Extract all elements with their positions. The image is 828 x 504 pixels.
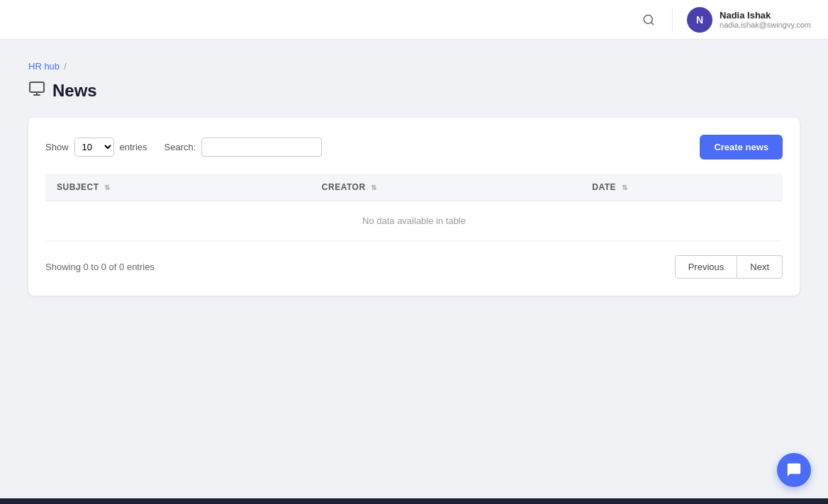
- user-profile: N Nadia Ishak nadia.ishak@swingvy.com: [672, 7, 811, 33]
- header: N Nadia Ishak nadia.ishak@swingvy.com: [0, 0, 828, 40]
- next-button[interactable]: Next: [737, 255, 783, 279]
- empty-message: No data available in table: [45, 201, 783, 241]
- page-title: News: [52, 81, 97, 101]
- previous-button[interactable]: Previous: [675, 255, 738, 279]
- card-footer: Showing 0 to 0 of 0 entries Previous Nex…: [45, 255, 783, 279]
- col-date-label: DATE: [592, 182, 616, 192]
- news-card: Show 10 25 50 100 entries Search: Create…: [28, 118, 800, 296]
- table-header-row: SUBJECT ⇅ CREATOR ⇅ DATE ⇅: [45, 174, 783, 201]
- user-email: nadia.ishak@swingvy.com: [720, 21, 811, 29]
- date-sort-icon: ⇅: [622, 184, 628, 191]
- col-creator-label: CREATOR: [322, 182, 366, 192]
- breadcrumb: HR hub /: [28, 61, 800, 72]
- col-creator[interactable]: CREATOR ⇅: [310, 174, 581, 201]
- table-head: SUBJECT ⇅ CREATOR ⇅ DATE ⇅: [45, 174, 783, 201]
- search-icon: [642, 13, 655, 26]
- header-right: N Nadia Ishak nadia.ishak@swingvy.com: [639, 7, 811, 33]
- page-title-row: News: [28, 80, 800, 101]
- show-label: Show: [45, 142, 69, 152]
- chat-bubble[interactable]: [777, 453, 811, 487]
- news-table: SUBJECT ⇅ CREATOR ⇅ DATE ⇅: [45, 174, 783, 241]
- entries-label: entries: [120, 142, 147, 152]
- subject-sort-icon: ⇅: [104, 184, 111, 191]
- col-subject[interactable]: SUBJECT ⇅: [45, 174, 310, 201]
- avatar: N: [687, 7, 712, 33]
- main-content: HR hub / News Show 10 25 50 100: [0, 40, 828, 504]
- creator-sort-icon: ⇅: [371, 184, 377, 191]
- svg-line-1: [651, 22, 654, 24]
- toolbar-left: Show 10 25 50 100 entries Search:: [45, 138, 322, 157]
- create-news-button[interactable]: Create news: [700, 135, 783, 159]
- search-icon-button[interactable]: [639, 11, 658, 29]
- col-subject-label: SUBJECT: [57, 182, 99, 192]
- svg-rect-2: [30, 82, 44, 92]
- bottom-bar: [0, 498, 828, 504]
- breadcrumb-parent-link[interactable]: HR hub: [28, 61, 60, 72]
- search-label: Search:: [164, 142, 196, 152]
- toolbar: Show 10 25 50 100 entries Search: Create…: [45, 135, 783, 159]
- chat-icon: [786, 462, 802, 478]
- showing-text: Showing 0 to 0 of 0 entries: [45, 262, 155, 272]
- user-name: Nadia Ishak: [720, 10, 811, 21]
- table-body: No data available in table: [45, 201, 783, 241]
- col-date[interactable]: DATE ⇅: [581, 174, 783, 201]
- table-container: SUBJECT ⇅ CREATOR ⇅ DATE ⇅: [45, 174, 783, 241]
- user-info: Nadia Ishak nadia.ishak@swingvy.com: [720, 10, 811, 29]
- empty-row: No data available in table: [45, 201, 783, 241]
- entries-select[interactable]: 10 25 50 100: [74, 138, 114, 157]
- news-icon: [28, 80, 45, 101]
- breadcrumb-separator: /: [64, 61, 67, 72]
- search-input[interactable]: [201, 138, 322, 157]
- pagination: Previous Next: [675, 255, 783, 279]
